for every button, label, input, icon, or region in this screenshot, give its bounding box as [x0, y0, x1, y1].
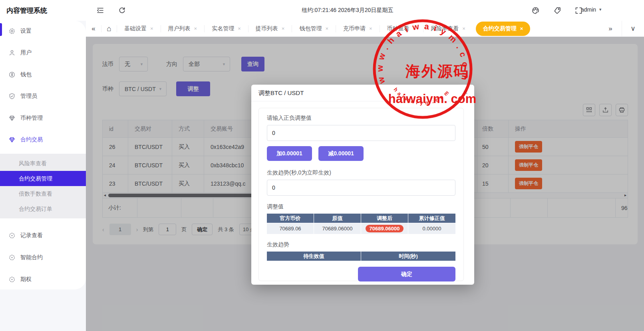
contract-trade-submenu: 风险率查看 合约交易管理 倍数手数查看 合约交易订单 [0, 154, 86, 218]
tab-risk-rate[interactable]: 风险率查看× [423, 21, 473, 37]
gem-icon [9, 115, 15, 121]
sidebar-item-smart-contract[interactable]: 智能合约 [0, 249, 86, 266]
tabs-forward-icon[interactable]: » [599, 21, 622, 37]
tab-basic-settings[interactable]: 基础设置× [117, 21, 161, 37]
adjust-value-input[interactable]: 0 [267, 125, 455, 141]
tab-wallet-manage[interactable]: 钱包管理× [292, 21, 336, 37]
tag-icon[interactable] [554, 7, 561, 14]
submenu-item-contract-orders[interactable]: 合约交易订单 [0, 201, 86, 216]
official-price: 70689.06 [267, 223, 314, 234]
username-label: admin [581, 6, 596, 13]
adjust-table-row: 70689.06 70689.06000 70689.06000 0.00000 [267, 223, 455, 234]
tabs-back-icon[interactable]: « [86, 21, 101, 37]
tab-bar: « ⌂ 基础设置× 用户列表× 实名管理× 提币列表× 钱包管理× 充币申请× … [86, 21, 644, 37]
sidebar-item-contract-trade[interactable]: 合约交易 [0, 131, 86, 149]
sidebar-item-wallet[interactable]: 钱包 [0, 66, 86, 83]
modal-close-icon[interactable]: × [463, 88, 468, 97]
shield-check-icon [9, 93, 15, 99]
tabbar-right-controls: » ∨ [599, 21, 644, 37]
close-icon[interactable]: × [462, 26, 465, 32]
sidebar-collapse-icon[interactable] [97, 7, 104, 14]
gear-icon [9, 28, 15, 34]
close-icon[interactable]: × [194, 26, 197, 32]
adjust-value-label: 请输入正负调整值 [267, 115, 455, 122]
trend-table: 待生效值 时间(秒) [267, 252, 455, 261]
adjusted-value-badge: 70689.06000 [366, 225, 404, 232]
tab-realname[interactable]: 实名管理× [205, 21, 248, 37]
tab-withdraw-list[interactable]: 提币列表× [248, 21, 292, 37]
minus-step-button[interactable]: 减0.00001 [318, 146, 364, 161]
adjust-price-modal: 调整BTC / USDT × 请输入正负调整值 0 加0.00001 减0.00… [251, 85, 474, 285]
trend-seconds-label: 生效趋势(秒,0为立即生效) [267, 169, 455, 176]
sidebar-item-admins[interactable]: 管理员 [0, 87, 86, 105]
modal-title: 调整BTC / USDT [258, 89, 304, 97]
palette-icon[interactable] [532, 7, 539, 14]
refresh-icon[interactable] [119, 7, 125, 14]
submenu-item-multiple-lots[interactable]: 倍数手数查看 [0, 186, 86, 201]
close-icon[interactable]: × [150, 26, 153, 32]
tab-contract-trade-manage[interactable]: 合约交易管理× [476, 22, 531, 36]
sidebar-card: 设置 用户 钱包 管理员 币种管理 合约交易 [0, 21, 86, 289]
trend-seconds-input[interactable]: 0 [267, 180, 455, 196]
sidebar-item-records[interactable]: 记录查看 [0, 227, 86, 244]
user-icon [9, 50, 15, 56]
user-menu[interactable]: admin ▼ [581, 6, 602, 13]
sidebar-item-settings[interactable]: 设置 [0, 22, 86, 40]
history-icon [9, 232, 15, 239]
close-icon[interactable]: × [282, 26, 285, 32]
sidebar-item-users[interactable]: 用户 [0, 44, 86, 61]
modal-confirm-button[interactable]: 确定 [358, 267, 455, 281]
datetime-display: 纽约:07:21:46 2026年3月20日星期五 [264, 7, 431, 14]
tab-deposit-apply[interactable]: 充币申请× [336, 21, 380, 37]
adjust-table-header: 官方币价 原值 调整后 累计修正值 [267, 214, 455, 223]
cumulative-correction: 0.00000 [408, 223, 455, 234]
tabs-menu-chevron-icon[interactable]: ∨ [622, 21, 644, 37]
submenu-item-risk-rate[interactable]: 风险率查看 [0, 156, 86, 171]
sidebar-item-coin-manage[interactable]: 币种管理 [0, 109, 86, 127]
gem-icon [9, 137, 15, 143]
original-value: 70689.06000 [314, 223, 361, 234]
step-buttons: 加0.00001 减0.00001 [267, 146, 455, 161]
dollar-circle-icon [9, 71, 15, 78]
app-title: 内容管理系统 [6, 6, 47, 15]
adjust-table-label: 调整值 [267, 203, 455, 210]
top-header: 内容管理系统 纽约:07:21:46 2026年3月20日星期五 admin ▼ [0, 0, 644, 21]
modal-body: 请输入正负调整值 0 加0.00001 减0.00001 生效趋势(秒,0为立即… [258, 108, 464, 281]
history-icon [9, 276, 15, 283]
caret-down-icon: ▼ [598, 8, 602, 12]
close-icon[interactable]: × [369, 26, 372, 32]
history-icon [9, 254, 15, 261]
close-icon[interactable]: × [413, 26, 416, 32]
tab-user-list[interactable]: 用户列表× [161, 21, 205, 37]
close-icon[interactable]: × [238, 26, 241, 32]
tab-coin-view[interactable]: 币种查看× [380, 21, 423, 37]
adjust-values-table: 官方币价 原值 调整后 累计修正值 70689.06 70689.06000 7… [267, 214, 455, 234]
submenu-item-contract-trade-manage[interactable]: 合约交易管理 [0, 171, 86, 186]
sidebar: 设置 用户 钱包 管理员 币种管理 合约交易 [0, 21, 86, 331]
plus-step-button[interactable]: 加0.00001 [267, 146, 312, 161]
home-icon[interactable]: ⌂ [101, 21, 117, 37]
trend-table-header: 待生效值 时间(秒) [267, 252, 455, 261]
sidebar-item-options[interactable]: 期权 [0, 271, 86, 288]
close-icon[interactable]: × [325, 26, 328, 32]
trend-table-label: 生效趋势 [267, 241, 455, 248]
app-window: 内容管理系统 纽约:07:21:46 2026年3月20日星期五 admin ▼… [0, 0, 644, 331]
modal-header: 调整BTC / USDT × [251, 85, 474, 101]
close-icon[interactable]: × [520, 26, 523, 32]
